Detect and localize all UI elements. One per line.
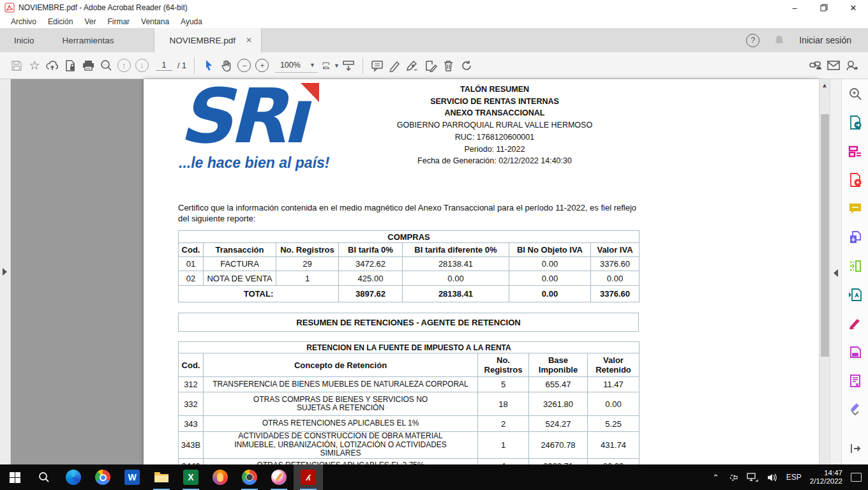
retenciones-cell: ACTIVIDADES DE CONSTRUCCIÓN DE OBRA MATE… — [204, 432, 478, 459]
fit-width-icon[interactable]: ▼ — [322, 56, 340, 75]
retenciones-cell: 312 — [179, 377, 204, 392]
tray-chevron-icon[interactable]: ⌃ — [712, 473, 719, 482]
delete-icon[interactable] — [440, 56, 458, 75]
minimize-button[interactable]: – — [780, 0, 809, 15]
comment-icon[interactable] — [368, 56, 386, 75]
retenciones-col-header: Valor Retenido — [588, 353, 640, 377]
zoom-in-icon[interactable]: + — [253, 56, 271, 75]
hand-tool-icon[interactable] — [218, 56, 236, 75]
notification-center-icon[interactable] — [851, 473, 862, 482]
star-icon[interactable]: ☆ — [26, 56, 43, 75]
compress-pdf-icon[interactable] — [847, 286, 864, 303]
expand-pane-icon[interactable] — [847, 440, 864, 457]
header-line: GOBIERNO PARROQUIAL RURAL VALLE HERMOSO — [354, 119, 635, 131]
more-tools-pen-icon[interactable] — [847, 401, 864, 418]
language-indicator[interactable]: ESP — [786, 473, 802, 482]
show-left-pane-icon[interactable] — [3, 268, 7, 276]
combine-files-icon[interactable] — [847, 229, 864, 246]
retenciones-cell: 332 — [179, 392, 204, 416]
taskbar-search-icon[interactable] — [29, 464, 59, 490]
retenciones-cell: 80.39 — [588, 458, 640, 464]
tab-herramientas[interactable]: Herramientas — [49, 28, 128, 52]
network-icon[interactable] — [747, 473, 758, 482]
chrome-profile-icon[interactable] — [235, 464, 264, 490]
page-total-label: / 1 — [177, 61, 186, 70]
document-viewport: SRı ...le hace bien al país! TALÓN RESUM… — [0, 79, 868, 464]
zoom-out-icon[interactable]: − — [236, 56, 253, 75]
retenciones-table: RETENCION EN LA FUENTE DE IMPUESTO A LA … — [178, 341, 640, 464]
document-scrollbar[interactable]: ▲ — [819, 79, 830, 464]
excel-icon[interactable]: X — [176, 464, 206, 490]
toolbar-divider — [363, 57, 363, 74]
start-button[interactable] — [0, 464, 29, 490]
left-pane-strip[interactable] — [0, 79, 11, 464]
share-link-icon[interactable] — [807, 56, 825, 75]
fill-sign-icon[interactable] — [847, 315, 864, 332]
header-line: TALÓN RESUMEN — [354, 84, 635, 96]
rotate-icon[interactable] — [458, 56, 475, 75]
highlight-icon[interactable] — [386, 56, 404, 75]
taskbar: W X ʎ ⌃ ESP 14:47 2/12/2022 — [0, 464, 868, 490]
export-pdf-icon[interactable] — [847, 114, 864, 131]
file-lock-icon[interactable] — [61, 56, 79, 75]
page-number-input[interactable]: 1 — [156, 61, 172, 71]
acrobat-app-icon — [4, 3, 15, 13]
edge-icon[interactable] — [59, 464, 88, 490]
help-icon[interactable]: ? — [746, 34, 760, 47]
save-icon[interactable] — [8, 56, 26, 75]
capture-tool-icon[interactable] — [728, 473, 738, 482]
word-icon[interactable]: W — [117, 464, 147, 490]
file-explorer-icon[interactable] — [147, 464, 176, 490]
compras-col-header: Cod. — [179, 243, 204, 257]
menu-edicion[interactable]: Edición — [42, 16, 79, 27]
tab-inicio[interactable]: Inicio — [0, 28, 49, 52]
sign-pen-icon[interactable] — [404, 56, 422, 75]
volume-icon[interactable] — [767, 473, 778, 482]
share-people-icon[interactable] — [842, 56, 860, 75]
acrobat-taskbar-icon[interactable]: ʎ — [294, 464, 323, 490]
comment-tool-icon[interactable] — [847, 200, 864, 217]
menu-ayuda[interactable]: Ayuda — [175, 16, 208, 27]
scrolling-mode-icon[interactable] — [340, 56, 357, 75]
tab-close-icon[interactable]: ✕ — [246, 36, 252, 45]
request-signatures-icon[interactable] — [847, 373, 864, 389]
edit-pdf-icon[interactable] — [847, 143, 864, 160]
create-pdf-icon[interactable] — [847, 172, 864, 188]
previous-page-icon[interactable]: ↑ — [115, 56, 133, 75]
menu-ver[interactable]: Ver — [79, 16, 101, 27]
menu-archivo[interactable]: Archivo — [5, 16, 42, 27]
firefox-icon[interactable] — [206, 464, 235, 490]
title-bar: NOVIEMBRE.pdf - Adobe Acrobat Reader (64… — [0, 0, 868, 15]
fill-sign-icon[interactable] — [422, 56, 440, 75]
sign-in-button[interactable]: Iniciar sesión — [799, 35, 851, 45]
protect-pdf-icon[interactable] — [847, 344, 864, 360]
compras-col-header: Valor IVA — [591, 243, 640, 257]
restore-button[interactable] — [809, 0, 839, 15]
compras-total-cell: 28138.41 — [403, 286, 509, 302]
search-icon[interactable]: ⋯ — [97, 56, 115, 75]
menu-ventana[interactable]: Ventana — [135, 16, 175, 27]
clock[interactable]: 14:47 2/12/2022 — [810, 469, 842, 486]
organize-pages-icon[interactable] — [847, 258, 864, 274]
next-page-icon[interactable]: ↓ — [133, 56, 151, 75]
retenciones-col-header: Cod. — [179, 353, 204, 377]
zoom-level-select[interactable]: 100% ▼ — [275, 59, 318, 73]
search-tools-icon[interactable] — [847, 85, 864, 102]
menu-firmar[interactable]: Firmar — [101, 16, 135, 27]
select-tool-icon[interactable] — [200, 56, 218, 75]
paint-icon[interactable] — [264, 464, 294, 490]
tools-pane-collapse-strip[interactable] — [830, 79, 841, 464]
tab-document[interactable]: NOVIEMBRE.pdf ✕ — [154, 28, 262, 52]
collapse-tools-pane-icon[interactable] — [834, 269, 838, 277]
scrollbar-thumb[interactable] — [821, 114, 829, 357]
email-icon[interactable] — [825, 56, 842, 75]
bell-icon[interactable] — [774, 34, 785, 47]
compras-cell: 28138.41 — [403, 257, 509, 271]
retenciones-row: 3440 OTRAS RETENCIONES APLICABLES EL 2.7… — [179, 458, 640, 464]
close-button[interactable]: ✕ — [839, 0, 868, 15]
compras-total-row: TOTAL: 3897.62 28138.41 0.00 3376.60 — [179, 286, 640, 302]
print-icon[interactable] — [79, 56, 97, 75]
cloud-upload-icon[interactable] — [43, 56, 61, 75]
scroll-up-icon[interactable]: ▲ — [821, 82, 828, 89]
chrome-icon[interactable] — [88, 464, 117, 490]
